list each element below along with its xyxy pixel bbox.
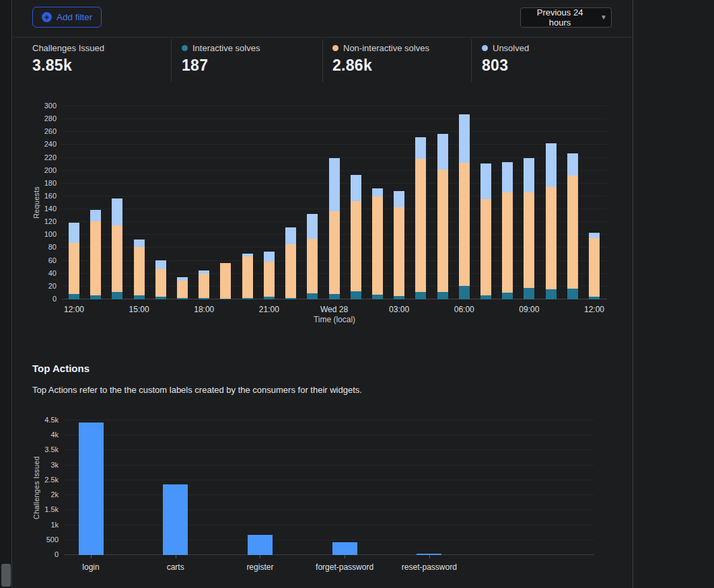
y-tick-label: 1k (29, 521, 59, 529)
y-tick-label: 260 (27, 127, 57, 135)
bar-segment (90, 221, 101, 295)
bar-segment (546, 143, 557, 187)
stat-challenges-issued: Challenges Issued 3.85k (32, 39, 104, 82)
x-tick-mark (429, 555, 430, 558)
bar-segment (177, 298, 188, 299)
stacked-bar (459, 106, 470, 299)
stat-interactive-solves: Interactive solves 187 (182, 39, 260, 82)
stat-label: Interactive solves (192, 43, 260, 53)
bar-segment (459, 163, 470, 286)
toolbar-divider (13, 37, 632, 38)
x-tick-label: 09:00 (502, 305, 556, 314)
bar-segment (589, 297, 600, 299)
x-tick-label: reset-password (389, 562, 470, 572)
bar-segment (415, 292, 426, 299)
y-tick-label: 160 (27, 192, 57, 200)
stacked-bar (112, 106, 122, 299)
bar-segment (329, 294, 340, 299)
stacked-bar (69, 106, 79, 299)
requests-x-axis-title: Time (local) (294, 315, 375, 324)
bar-segment (524, 192, 534, 288)
stat-divider (322, 39, 323, 82)
bar-segment (112, 198, 122, 225)
top-actions-title: Top Actions (32, 363, 90, 374)
y-tick-label: 140 (27, 205, 57, 213)
page-left-gutter (0, 0, 12, 588)
bar-segment (264, 252, 275, 261)
bar-segment (264, 297, 275, 299)
bar-segment (480, 163, 491, 199)
time-range-dropdown[interactable]: Previous 24 hours ▼ (520, 7, 612, 28)
bar-segment (351, 291, 361, 299)
stat-non-interactive-solves: Non-interactive solves 2.86k (332, 39, 429, 82)
gridline (64, 465, 594, 466)
bar-segment (155, 297, 166, 299)
gridline (64, 420, 594, 420)
x-tick-label: login (50, 562, 131, 572)
bar-segment (437, 170, 448, 293)
y-tick-label: 220 (27, 153, 57, 161)
bar-segment (502, 162, 513, 192)
bar-segment (589, 233, 600, 238)
add-filter-label: Add filter (57, 12, 92, 22)
y-tick-label: 280 (27, 114, 57, 122)
bar-segment (351, 175, 361, 200)
stacked-bar (394, 106, 404, 299)
stacked-bar (220, 106, 231, 299)
stacked-bar (177, 106, 188, 299)
gridline (64, 525, 594, 525)
scrollbar-thumb[interactable] (1, 564, 11, 587)
x-tick-mark (260, 555, 260, 558)
bar-segment (415, 159, 426, 292)
bar-segment (329, 158, 340, 211)
y-tick-label: 20 (27, 282, 57, 290)
bar-segment (69, 294, 79, 299)
stacked-bar (155, 106, 166, 299)
bar (248, 535, 273, 555)
bar-segment (199, 298, 209, 299)
stacked-bar (502, 106, 513, 299)
stacked-bar (415, 106, 426, 299)
stat-divider (471, 39, 472, 82)
bar-segment (285, 227, 296, 244)
y-tick-label: 300 (27, 102, 57, 110)
y-tick-label: 1.5k (29, 505, 59, 513)
bar-segment (459, 286, 470, 299)
stacked-bar (307, 106, 318, 299)
y-tick-label: 3.5k (29, 445, 59, 453)
x-tick-label: 12:00 (567, 305, 621, 314)
y-tick-label: 2.5k (29, 476, 59, 484)
bar-segment (567, 153, 578, 176)
top-actions-description: Top Actions refer to the the custom labe… (32, 385, 362, 395)
bar-segment (242, 256, 253, 298)
bar-segment (264, 262, 275, 297)
bar-segment (394, 207, 404, 296)
bar-segment (112, 225, 122, 292)
stat-value: 2.86k (332, 57, 429, 75)
stacked-bar (264, 106, 275, 299)
bar-segment (546, 187, 557, 289)
bar-segment (437, 292, 448, 299)
bar-segment (480, 295, 491, 299)
x-tick-label: 18:00 (177, 305, 231, 314)
stacked-bar (329, 106, 340, 299)
bar-segment (372, 295, 383, 299)
add-filter-button[interactable]: + Add filter (32, 7, 102, 28)
bar-segment (567, 289, 578, 299)
stacked-bar (372, 106, 383, 299)
y-tick-label: 2k (29, 490, 59, 499)
bar-segment (394, 296, 404, 299)
gridline (64, 494, 594, 495)
y-tick-label: 4.5k (29, 416, 59, 424)
x-tick-mark (345, 555, 345, 558)
bar-segment (90, 210, 101, 221)
bar-segment (155, 260, 166, 269)
bar-segment (177, 277, 188, 281)
gridline (64, 480, 594, 480)
bar-segment (134, 240, 145, 247)
bar-segment (524, 288, 534, 299)
bar-segment (242, 254, 253, 256)
bar-segment (199, 274, 209, 298)
stat-value: 803 (482, 57, 529, 75)
bar-segment (285, 244, 296, 298)
